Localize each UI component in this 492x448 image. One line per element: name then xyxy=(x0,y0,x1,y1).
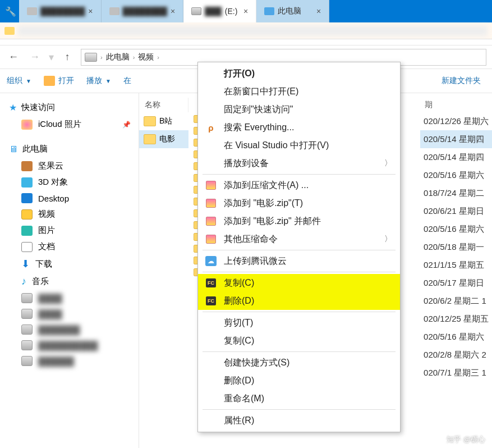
breadcrumb-video[interactable]: 视频 xyxy=(138,52,154,62)
drive-icon xyxy=(85,53,97,62)
icloud-icon xyxy=(21,120,33,130)
date-cell: 020/6/21 星期日 xyxy=(420,202,492,220)
date-cell: 020/5/17 星期日 xyxy=(420,274,492,292)
music-icon: ♪ xyxy=(21,276,26,287)
disk-icon xyxy=(21,324,33,335)
ribbon-bar xyxy=(0,22,492,39)
3d-icon xyxy=(21,177,33,188)
menu-copy[interactable]: 复制(C) xyxy=(198,332,400,350)
ribbon-blurred xyxy=(18,26,488,36)
tab-drive-e[interactable]: ███ (E:) × xyxy=(183,0,256,22)
star-icon: ★ xyxy=(9,102,17,113)
menu-cut[interactable]: 剪切(T) xyxy=(198,314,400,332)
menu-upload-weiyun[interactable]: ☁上传到腾讯微云 xyxy=(198,252,400,270)
menu-separator xyxy=(203,272,396,272)
open-button[interactable]: 打开 xyxy=(44,76,74,86)
disk-icon xyxy=(21,293,33,303)
sidebar-item-disk[interactable]: ███████ xyxy=(3,322,135,337)
up-button[interactable]: ↑ xyxy=(59,49,75,65)
menu-other-compress[interactable]: 其他压缩命令〉 xyxy=(198,230,400,248)
menu-add-movie-zip[interactable]: 添加到 "电影.zip"(T) xyxy=(198,194,400,212)
sidebar-item-disk[interactable]: ████ xyxy=(3,290,135,306)
archive-icon xyxy=(206,217,216,226)
sidebar-item-disk[interactable]: ██████ xyxy=(3,353,135,369)
in-button[interactable]: 在 xyxy=(123,76,131,86)
sidebar-quick-access[interactable]: ★快速访问 xyxy=(3,99,135,116)
menu-separator xyxy=(203,174,396,175)
menu-add-zip-mail[interactable]: 添加到 "电影.zip" 并邮件 xyxy=(198,212,400,230)
archive-icon xyxy=(206,181,216,190)
breadcrumb-thispc[interactable]: 此电脑 xyxy=(106,52,130,62)
sidebar-item-music[interactable]: ♪音乐 xyxy=(3,273,135,290)
folder-icon xyxy=(144,134,156,144)
pin-icon: 📌 xyxy=(122,121,131,129)
sidebar-item-pictures[interactable]: 图片 xyxy=(3,222,135,239)
date-cell: 020/12/25 星期五 xyxy=(420,310,492,328)
sidebar-this-pc[interactable]: 🖥此电脑 xyxy=(3,140,135,158)
sidebar-item-disk[interactable]: ████ xyxy=(3,306,135,322)
tab-blurred-2[interactable]: ████████ × xyxy=(102,0,184,22)
sidebar-item-3d[interactable]: 3D 对象 xyxy=(3,174,135,190)
folder-icon xyxy=(109,7,119,15)
menu-fc-copy[interactable]: FC复制(C) xyxy=(198,274,400,292)
file-row-selected[interactable]: 电影 xyxy=(139,130,188,148)
title-bar: 🔧 ████████ × ████████ × ███ (E:) × 此电脑 × xyxy=(0,0,492,22)
archive-icon xyxy=(206,199,216,208)
recent-dropdown[interactable]: ▾ xyxy=(48,49,54,65)
fastcopy-icon: FC xyxy=(206,278,216,287)
play-button[interactable]: 播放 ▼ xyxy=(86,76,111,86)
sidebar-item-downloads[interactable]: ⬇下载 xyxy=(3,255,135,273)
menu-separator xyxy=(203,351,396,352)
watermark: 知乎 @砺心 xyxy=(447,435,485,445)
menu-open-new-window[interactable]: 在新窗口中打开(E) xyxy=(198,83,400,100)
folder-icon xyxy=(144,116,156,126)
sidebar-item-desktop[interactable]: Desktop xyxy=(3,190,135,206)
chevron-right-icon[interactable]: › xyxy=(133,54,135,61)
sidebar: ★快速访问 iCloud 照片📌 🖥此电脑 坚果云 3D 对象 Desktop … xyxy=(0,93,139,448)
download-icon: ⬇ xyxy=(21,258,30,270)
menu-search-everything[interactable]: ρ搜索 Everything... xyxy=(198,118,400,136)
desktop-icon xyxy=(21,193,33,203)
menu-play-to-device[interactable]: 播放到设备〉 xyxy=(198,154,400,172)
close-icon[interactable]: × xyxy=(243,7,248,16)
chevron-right-icon[interactable]: › xyxy=(100,54,103,61)
name-column: 名称 B站 电影 xyxy=(139,93,188,448)
disk-icon xyxy=(21,340,33,350)
menu-pin-quick-access[interactable]: 固定到"快速访问" xyxy=(198,100,400,118)
pc-icon: 🖥 xyxy=(9,144,18,154)
forward-button[interactable]: → xyxy=(27,49,43,65)
pc-icon xyxy=(264,7,274,15)
folder-icon xyxy=(4,27,15,35)
sidebar-item-jianguoyun[interactable]: 坚果云 xyxy=(3,158,135,174)
menu-open-visual-studio[interactable]: 在 Visual Studio 中打开(V) xyxy=(198,136,400,154)
sidebar-item-documents[interactable]: 文档 xyxy=(3,239,135,255)
menu-fc-delete[interactable]: FC删除(D) xyxy=(198,292,400,310)
menu-rename[interactable]: 重命名(M) xyxy=(198,390,400,408)
column-header-name[interactable]: 名称 xyxy=(139,98,188,112)
menu-delete[interactable]: 删除(D) xyxy=(198,372,400,390)
menu-add-archive[interactable]: 添加到压缩文件(A) ... xyxy=(198,176,400,194)
menu-open[interactable]: 打开(O) xyxy=(198,65,400,83)
new-folder-button[interactable]: 新建文件夹 xyxy=(442,76,481,86)
drive-icon xyxy=(191,7,201,15)
menu-create-shortcut[interactable]: 创建快捷方式(S) xyxy=(198,354,400,372)
tab-blurred-1[interactable]: ████████ × xyxy=(19,0,102,22)
organize-button[interactable]: 组织 ▼ xyxy=(7,76,31,86)
column-header-date[interactable]: 期 xyxy=(420,98,492,112)
wrench-icon[interactable]: 🔧 xyxy=(2,0,19,22)
close-icon[interactable]: × xyxy=(171,7,175,16)
sidebar-item-icloud[interactable]: iCloud 照片📌 xyxy=(3,116,135,132)
file-row[interactable]: B站 xyxy=(139,112,188,130)
context-menu: 打开(O) 在新窗口中打开(E) 固定到"快速访问" ρ搜索 Everythin… xyxy=(197,62,401,432)
back-button[interactable]: ← xyxy=(6,49,21,65)
close-icon[interactable]: × xyxy=(88,7,93,16)
chevron-right-icon: 〉 xyxy=(384,234,392,244)
tab-this-pc[interactable]: 此电脑 × xyxy=(256,0,329,22)
sidebar-item-disk[interactable]: ██████████ xyxy=(3,337,135,353)
date-cell: 018/7/24 星期二 xyxy=(420,184,492,202)
cloud-icon: ☁ xyxy=(205,256,217,266)
sidebar-item-videos[interactable]: 视频 xyxy=(3,206,135,222)
chevron-right-icon[interactable]: › xyxy=(157,54,159,61)
menu-properties[interactable]: 属性(R) xyxy=(198,412,400,429)
close-icon[interactable]: × xyxy=(316,7,321,16)
